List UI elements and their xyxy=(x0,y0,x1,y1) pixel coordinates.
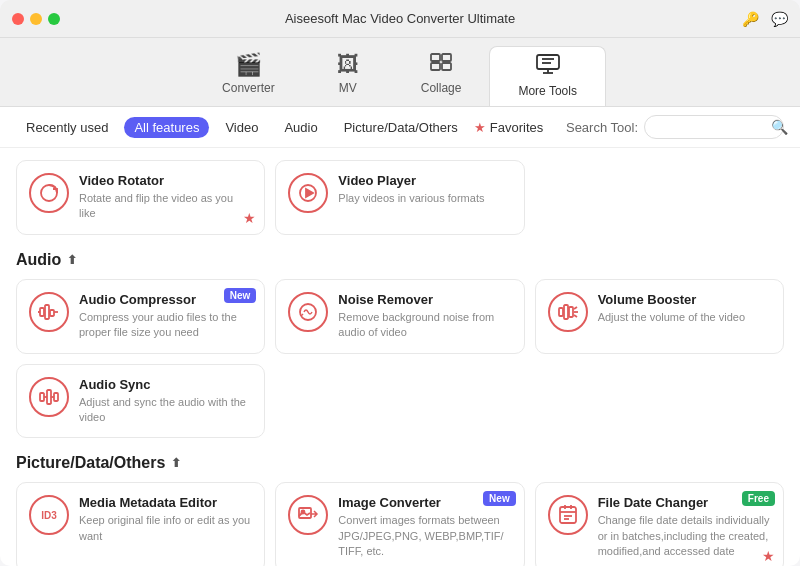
card-noise-remover[interactable]: Noise Remover Remove background noise fr… xyxy=(275,279,524,354)
close-button[interactable] xyxy=(12,13,24,25)
audio-compressor-badge: New xyxy=(224,288,257,303)
tab-mv[interactable]: 🖼 MV xyxy=(303,46,393,106)
volume-booster-icon xyxy=(548,292,588,332)
media-metadata-icon: ID3 xyxy=(29,495,69,535)
filter-audio[interactable]: Audio xyxy=(274,117,327,138)
svg-rect-1 xyxy=(442,54,451,61)
audio-compressor-desc: Compress your audio files to the proper … xyxy=(79,310,252,341)
filter-favorites[interactable]: ★ Favorites xyxy=(474,120,543,135)
filter-recently-used[interactable]: Recently used xyxy=(16,117,118,138)
filter-picture-data-others[interactable]: Picture/Data/Others xyxy=(334,117,468,138)
noise-remover-desc: Remove background noise from audio of vi… xyxy=(338,310,511,341)
more-tools-icon xyxy=(535,53,561,81)
audio-compressor-icon xyxy=(29,292,69,332)
above-section-cards: Video Rotator Rotate and flip the video … xyxy=(16,160,784,235)
title-bar: Aiseesoft Mac Video Converter Ultimate 🔑… xyxy=(0,0,800,38)
svg-rect-20 xyxy=(564,305,568,319)
audio-sync-title: Audio Sync xyxy=(79,377,252,392)
audio-collapse-icon[interactable]: ⬆ xyxy=(67,253,77,267)
audio-sync-desc: Adjust and sync the audio with the video xyxy=(79,395,252,426)
video-rotator-title: Video Rotator xyxy=(79,173,252,188)
video-player-content: Video Player Play videos in various form… xyxy=(338,173,511,206)
filter-all-features[interactable]: All features xyxy=(124,117,209,138)
svg-rect-19 xyxy=(559,308,563,316)
picture-title-text: Picture/Data/Others xyxy=(16,454,165,472)
card-volume-booster[interactable]: Volume Booster Adjust the volume of the … xyxy=(535,279,784,354)
audio-cards: Audio Compressor Compress your audio fil… xyxy=(16,279,784,439)
video-rotator-content: Video Rotator Rotate and flip the video … xyxy=(79,173,252,222)
video-player-title: Video Player xyxy=(338,173,511,188)
key-icon[interactable]: 🔑 xyxy=(742,11,759,27)
svg-rect-21 xyxy=(569,307,573,317)
message-icon[interactable]: 💬 xyxy=(771,11,788,27)
noise-remover-title: Noise Remover xyxy=(338,292,511,307)
nav-tabs: 🎬 Converter 🖼 MV Collage More T xyxy=(0,38,800,107)
search-label: Search Tool: xyxy=(566,120,638,135)
mv-label: MV xyxy=(339,81,357,95)
filter-bar: Recently used All features Video Audio P… xyxy=(0,107,800,148)
audio-section-title: Audio ⬆ xyxy=(16,251,784,269)
volume-booster-content: Volume Booster Adjust the volume of the … xyxy=(598,292,771,325)
video-player-icon xyxy=(288,173,328,213)
image-converter-icon xyxy=(288,495,328,535)
svg-rect-12 xyxy=(40,308,44,316)
image-converter-desc: Convert images formats between JPG/JPEG,… xyxy=(338,513,511,559)
noise-remover-icon xyxy=(288,292,328,332)
volume-booster-title: Volume Booster xyxy=(598,292,771,307)
svg-rect-14 xyxy=(50,310,54,316)
card-audio-compressor[interactable]: Audio Compressor Compress your audio fil… xyxy=(16,279,265,354)
filter-video[interactable]: Video xyxy=(215,117,268,138)
tab-converter[interactable]: 🎬 Converter xyxy=(194,46,303,106)
svg-line-18 xyxy=(301,314,303,316)
file-date-changer-icon xyxy=(548,495,588,535)
image-converter-badge: New xyxy=(483,491,516,506)
audio-sync-icon xyxy=(29,377,69,417)
minimize-button[interactable] xyxy=(30,13,42,25)
card-media-metadata-editor[interactable]: ID3 Media Metadata Editor Keep original … xyxy=(16,482,265,566)
svg-rect-32 xyxy=(560,507,576,523)
svg-rect-25 xyxy=(40,393,44,401)
media-metadata-title: Media Metadata Editor xyxy=(79,495,252,510)
tab-collage[interactable]: Collage xyxy=(393,46,490,106)
card-video-rotator[interactable]: Video Rotator Rotate and flip the video … xyxy=(16,160,265,235)
tab-more-tools[interactable]: More Tools xyxy=(489,46,605,106)
converter-icon: 🎬 xyxy=(235,52,262,78)
svg-rect-26 xyxy=(47,390,51,404)
star-icon: ★ xyxy=(474,120,486,135)
traffic-lights xyxy=(12,13,60,25)
file-date-changer-star: ★ xyxy=(762,548,775,564)
svg-rect-0 xyxy=(431,54,440,61)
audio-title-text: Audio xyxy=(16,251,61,269)
card-file-date-changer[interactable]: File Date Changer Change file date detai… xyxy=(535,482,784,566)
file-date-changer-badge: Free xyxy=(742,491,775,506)
picture-cards: ID3 Media Metadata Editor Keep original … xyxy=(16,482,784,566)
window-title: Aiseesoft Mac Video Converter Ultimate xyxy=(285,11,515,26)
search-area: Search Tool: 🔍 xyxy=(566,115,784,139)
card-image-converter[interactable]: Image Converter Convert images formats b… xyxy=(275,482,524,566)
search-input[interactable] xyxy=(655,120,765,135)
title-bar-actions: 🔑 💬 xyxy=(742,11,788,27)
maximize-button[interactable] xyxy=(48,13,60,25)
audio-sync-content: Audio Sync Adjust and sync the audio wit… xyxy=(79,377,252,426)
more-tools-label: More Tools xyxy=(518,84,576,98)
svg-rect-4 xyxy=(537,55,559,69)
video-rotator-desc: Rotate and flip the video as you like xyxy=(79,191,252,222)
svg-rect-3 xyxy=(442,63,451,70)
card-video-player[interactable]: Video Player Play videos in various form… xyxy=(275,160,524,235)
favorites-label: Favorites xyxy=(490,120,543,135)
svg-line-24 xyxy=(574,315,577,317)
main-content: Video Rotator Rotate and flip the video … xyxy=(0,148,800,566)
media-metadata-desc: Keep original file info or edit as you w… xyxy=(79,513,252,544)
svg-rect-27 xyxy=(54,393,58,401)
svg-rect-2 xyxy=(431,63,440,70)
mv-icon: 🖼 xyxy=(337,52,359,78)
card-audio-sync[interactable]: Audio Sync Adjust and sync the audio wit… xyxy=(16,364,265,439)
media-metadata-content: Media Metadata Editor Keep original file… xyxy=(79,495,252,544)
noise-remover-content: Noise Remover Remove background noise fr… xyxy=(338,292,511,341)
collage-icon xyxy=(429,52,453,78)
svg-line-22 xyxy=(574,307,577,309)
video-player-desc: Play videos in various formats xyxy=(338,191,511,206)
search-icon[interactable]: 🔍 xyxy=(771,119,788,135)
picture-collapse-icon[interactable]: ⬆ xyxy=(171,456,181,470)
video-rotator-icon xyxy=(29,173,69,213)
